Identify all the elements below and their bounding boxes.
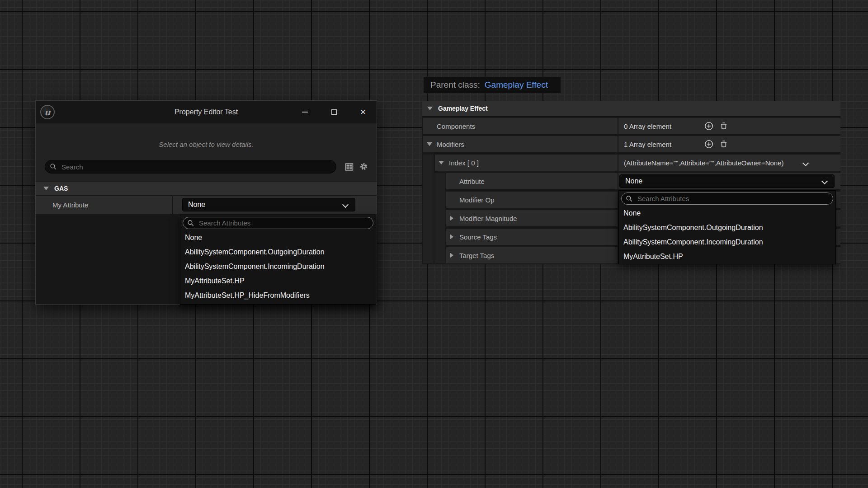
expander-right-icon[interactable] bbox=[450, 253, 453, 258]
property-row[interactable]: Modifiers1 Array element bbox=[423, 136, 840, 152]
expander-down-icon[interactable] bbox=[439, 161, 444, 164]
property-row[interactable]: Components0 Array element bbox=[423, 118, 840, 134]
property-row-my-attribute[interactable]: My Attribute None bbox=[36, 196, 377, 214]
attribute-combobox[interactable]: None bbox=[619, 174, 835, 188]
delete-array-elements-icon[interactable] bbox=[719, 122, 728, 131]
search-icon bbox=[50, 163, 57, 170]
details-grid-icon bbox=[344, 162, 354, 172]
parent-class-link[interactable]: Gameplay Effect bbox=[485, 80, 548, 90]
dropdown-item[interactable]: AbilitySystemComponent.IncomingDuration bbox=[180, 259, 376, 274]
close-button[interactable]: ✕ bbox=[358, 107, 368, 117]
struct-preview-value: (AttributeName="",Attribute="",Attribute… bbox=[624, 159, 784, 167]
array-count-value: 0 Array element bbox=[624, 122, 671, 130]
dropdown-item[interactable]: AbilitySystemComponent.OutgoingDuration bbox=[619, 221, 835, 235]
window-titlebar[interactable]: u Property Editor Test ✕ bbox=[36, 101, 377, 124]
add-array-element-icon[interactable] bbox=[704, 140, 713, 149]
dropdown-item-list: NoneAbilitySystemComponent.OutgoingDurat… bbox=[619, 206, 835, 264]
dropdown-item[interactable]: None bbox=[180, 230, 376, 245]
details-view-options-button[interactable] bbox=[344, 162, 354, 172]
dropdown-search-input[interactable] bbox=[637, 194, 829, 203]
blueprint-grid-canvas[interactable]: u Property Editor Test ✕ Select an objec… bbox=[0, 0, 868, 488]
expander-right-icon[interactable] bbox=[450, 234, 453, 239]
gear-icon bbox=[359, 162, 368, 171]
array-count-value: 1 Array element bbox=[624, 141, 671, 148]
dropdown-search-container[interactable] bbox=[621, 192, 833, 205]
details-panel: Gameplay Effect Components0 Array elemen… bbox=[422, 101, 840, 264]
maximize-icon bbox=[331, 109, 337, 115]
delete-array-elements-icon[interactable] bbox=[719, 140, 728, 149]
expander-right-icon[interactable] bbox=[450, 216, 453, 221]
property-row[interactable]: AttributeNone bbox=[446, 173, 840, 189]
property-editor-window: u Property Editor Test ✕ Select an objec… bbox=[35, 100, 377, 305]
minimize-button[interactable] bbox=[300, 107, 311, 117]
chevron-down-icon bbox=[821, 178, 828, 184]
dropdown-item[interactable]: MyAttributeSet.HP bbox=[180, 274, 376, 288]
chevron-down-icon[interactable] bbox=[802, 160, 809, 166]
dropdown-search-container[interactable] bbox=[183, 217, 373, 229]
parent-class-label: Parent class: bbox=[430, 80, 480, 90]
my-attribute-combobox[interactable]: None bbox=[182, 198, 355, 211]
maximize-button[interactable] bbox=[329, 107, 340, 117]
property-name: Components bbox=[423, 122, 475, 130]
property-name: Source Tags bbox=[446, 233, 497, 241]
search-input[interactable] bbox=[61, 163, 331, 171]
dropdown-search-input[interactable] bbox=[198, 219, 369, 227]
property-name: My Attribute bbox=[36, 196, 173, 214]
attribute-dropdown-right: NoneAbilitySystemComponent.OutgoingDurat… bbox=[618, 190, 836, 264]
settings-button[interactable] bbox=[359, 162, 368, 173]
empty-state-text: Select an object to view details. bbox=[36, 141, 377, 148]
dropdown-item[interactable]: None bbox=[619, 206, 835, 221]
expander-down-icon[interactable] bbox=[43, 187, 49, 190]
dropdown-item[interactable]: MyAttributeSet.HP bbox=[619, 249, 835, 264]
details-empty-area: Select an object to view details. bbox=[36, 123, 377, 182]
property-name: Modifier Magnitude bbox=[446, 215, 517, 222]
expander-down-icon[interactable] bbox=[427, 107, 433, 110]
property-name: Modifier Op bbox=[446, 196, 495, 204]
dropdown-item[interactable]: AbilitySystemComponent.IncomingDuration bbox=[619, 235, 835, 249]
indent-guide bbox=[434, 173, 445, 263]
combobox-value: None bbox=[625, 177, 642, 185]
expander-down-icon[interactable] bbox=[427, 142, 432, 146]
search-input-container[interactable] bbox=[45, 160, 336, 174]
property-row[interactable]: Index [ 0 ](AttributeName="",Attribute="… bbox=[435, 155, 840, 171]
property-name: Attribute bbox=[446, 178, 485, 185]
combobox-value: None bbox=[188, 201, 205, 209]
indent-guide bbox=[423, 155, 434, 263]
search-icon bbox=[187, 220, 194, 227]
dropdown-item[interactable]: AbilitySystemComponent.OutgoingDuration bbox=[180, 245, 376, 259]
close-icon: ✕ bbox=[360, 108, 366, 116]
category-label: GAS bbox=[54, 185, 68, 192]
add-array-element-icon[interactable] bbox=[704, 122, 713, 131]
dropdown-item[interactable]: MyAttributeSet.HP_HideFromModifiers bbox=[180, 288, 376, 303]
category-label: Gameplay Effect bbox=[438, 105, 488, 112]
category-header-gameplay-effect[interactable]: Gameplay Effect bbox=[422, 101, 840, 117]
parent-class-bar: Parent class: Gameplay Effect bbox=[424, 77, 561, 93]
dropdown-item-list: NoneAbilitySystemComponent.OutgoingDurat… bbox=[180, 230, 376, 303]
minimize-icon bbox=[302, 112, 308, 113]
attribute-dropdown-left: NoneAbilitySystemComponent.OutgoingDurat… bbox=[180, 215, 376, 305]
category-header-gas[interactable]: GAS bbox=[36, 182, 377, 195]
chevron-down-icon bbox=[342, 202, 349, 208]
search-icon bbox=[626, 195, 633, 202]
